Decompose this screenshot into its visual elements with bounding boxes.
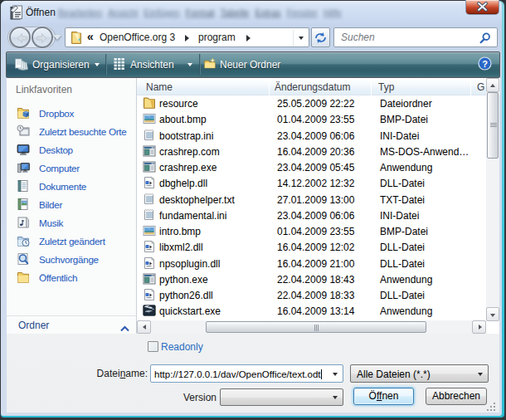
svg-text:?: ? bbox=[482, 59, 488, 69]
